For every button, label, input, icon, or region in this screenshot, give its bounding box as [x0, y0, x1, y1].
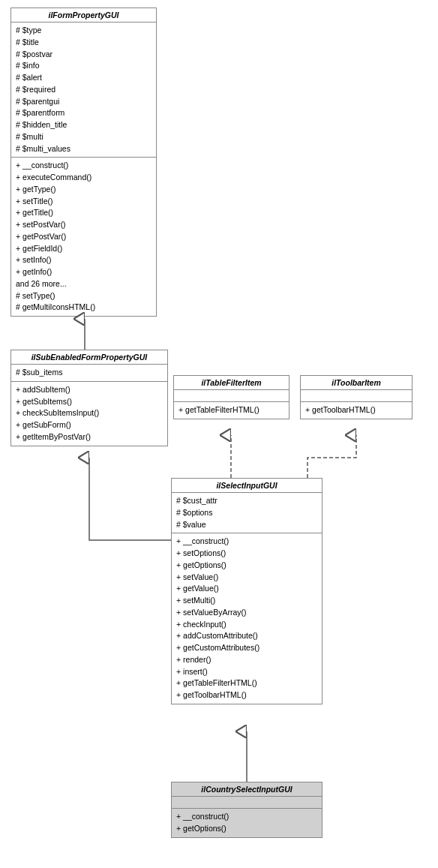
methods-ilSubEnabledFormPropertyGUI: + addSubItem() + getSubItems() + checkSu… — [11, 382, 167, 446]
class-header-ilTableFilterItem: ilTableFilterItem — [174, 376, 289, 390]
methods-ilTableFilterItem: + getTableFilterHTML() — [174, 402, 289, 419]
methods-ilSelectInputGUI: + __construct() + setOptions() + getOpti… — [172, 533, 322, 704]
class-ilCountrySelectInputGUI: ilCountrySelectInputGUI + __construct() … — [171, 782, 322, 838]
attributes-ilFormPropertyGUI: # $type # $title # $postvar # $info # $a… — [11, 23, 156, 158]
attributes-ilSubEnabledFormPropertyGUI: # $sub_items — [11, 365, 167, 382]
class-header-ilSubEnabledFormPropertyGUI: ilSubEnabledFormPropertyGUI — [11, 350, 167, 365]
arrow-select-to-subEnabled — [89, 458, 171, 540]
class-ilFormPropertyGUI: ilFormPropertyGUI # $type # $title # $po… — [10, 8, 157, 317]
arrow-select-to-toolbarItem — [308, 435, 356, 478]
class-header-ilCountrySelectInputGUI: ilCountrySelectInputGUI — [172, 782, 322, 797]
attributes-ilTableFilterItem — [174, 390, 289, 402]
methods-ilFormPropertyGUI: + __construct() + executeCommand() + get… — [11, 158, 156, 316]
class-header-ilFormPropertyGUI: ilFormPropertyGUI — [11, 8, 156, 23]
class-header-ilToolbarItem: ilToolbarItem — [301, 376, 412, 390]
class-ilSelectInputGUI: ilSelectInputGUI # $cust_attr # $options… — [171, 478, 322, 704]
class-header-ilSelectInputGUI: ilSelectInputGUI — [172, 479, 322, 493]
class-ilTableFilterItem: ilTableFilterItem + getTableFilterHTML() — [173, 375, 290, 419]
attributes-ilCountrySelectInputGUI — [172, 797, 322, 809]
class-ilSubEnabledFormPropertyGUI: ilSubEnabledFormPropertyGUI # $sub_items… — [10, 350, 168, 446]
attributes-ilToolbarItem — [301, 390, 412, 402]
methods-ilCountrySelectInputGUI: + __construct() + getOptions() — [172, 809, 322, 837]
class-ilToolbarItem: ilToolbarItem + getToolbarHTML() — [300, 375, 412, 419]
methods-ilToolbarItem: + getToolbarHTML() — [301, 402, 412, 419]
diagram-container: ilFormPropertyGUI # $type # $title # $po… — [0, 0, 438, 868]
attributes-ilSelectInputGUI: # $cust_attr # $options # $value — [172, 493, 322, 533]
